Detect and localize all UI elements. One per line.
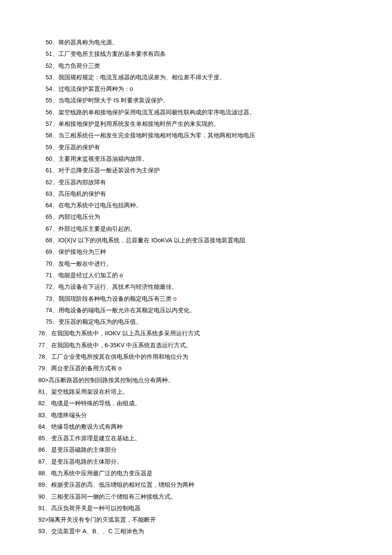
item-separator: 、 <box>52 50 58 57</box>
item-text: 电力设备在下运行、其技术与经济性能最佳。 <box>58 283 178 290</box>
item-text: 绝缘导线的敷设方式有两种 <box>51 423 123 430</box>
item-number: 62 <box>46 179 52 186</box>
list-item: 50、将的器具称为电光源。 <box>0 37 392 48</box>
item-separator: 、 <box>52 225 58 232</box>
item-text: IO(X)V 以下的供电系统，总容量在 IOoKVA 以上的变压器接地装置电阻 <box>58 237 245 244</box>
list-item: 76、在我国电力系统中，IIOKV 以上高压系统多采用运行方式 <box>0 328 392 339</box>
item-text: 电能是经过人们加工的 o <box>58 272 123 279</box>
list-item: 60、主要用来监视变压器油箱内故障。 <box>0 153 392 165</box>
item-separator: 、 <box>52 132 58 139</box>
item-text: 发电一般在中进行。 <box>58 260 112 267</box>
item-text: 在我国电力系统中，6-35KV 中压系统首选运行方式。 <box>51 342 192 349</box>
item-separator: 、 <box>52 120 58 127</box>
item-separator: 、 <box>45 481 51 488</box>
list-item: 78、工厂企业变电所按其在供电系统中的作用和地位分为 <box>0 351 392 363</box>
item-separator: 、 <box>45 342 51 349</box>
item-text: 电缆终端头分 <box>51 412 87 418</box>
list-item: 62、变压器内部故障有 <box>0 177 392 188</box>
item-number: 59 <box>46 144 52 151</box>
item-number: 84 <box>38 423 45 430</box>
item-text: 高压断路器的控制回路按其控制地点分有两种。 <box>49 377 174 384</box>
list-item: 92>隔离开关没有专门的灭弧装置，不能断开 <box>0 514 392 526</box>
item-separator: 、 <box>52 237 58 244</box>
item-text: 架空线路采用架设在杆塔上。 <box>51 388 129 395</box>
item-number: 81 <box>38 388 45 395</box>
item-text: 内部过电压分为 <box>58 213 100 220</box>
item-text: 交流装置中 A、B、、C 三相涂色为 <box>51 528 144 535</box>
list-item: 56、架空线路的单相接地保护采用电流互感器同极性联构成的零序电流滤过器。 <box>0 107 392 118</box>
item-text: 外部过电压主要是由引起的。 <box>58 225 136 232</box>
item-number: 68 <box>46 237 52 244</box>
list-item: 88、电力系统中应用最广泛的电力变压器是 <box>0 468 392 479</box>
list-item: 86、是变压器磁路的主体部分 <box>0 444 392 456</box>
item-text: 过电流保护装置分两种为：o <box>58 85 133 92</box>
item-number: 64 <box>46 202 52 209</box>
list-item: 85、变压器工作原理是建立在基础上。 <box>0 433 392 444</box>
item-text: 电缆是一种特殊的导线，由组成。 <box>51 400 141 407</box>
item-number: 77 <box>38 342 45 349</box>
item-separator: 、 <box>52 74 58 81</box>
item-number: 55 <box>46 97 52 104</box>
item-text: 对于总降变压器一般还装设作为主保护 <box>58 167 160 174</box>
list-item: 52、电力负荷分三类 <box>0 60 392 72</box>
list-item: 73、我国现阶段各种电力设备的额定电压有三类 o <box>0 293 392 305</box>
item-number: 80 <box>38 377 45 384</box>
item-separator: 、 <box>52 248 58 255</box>
item-number: 69 <box>46 248 52 255</box>
item-text: 主要用来监视变压器油箱内故障。 <box>58 155 148 162</box>
item-separator: 、 <box>45 400 51 407</box>
item-separator: 、 <box>52 260 58 267</box>
item-text: 在我国电力系统中，IIOKV 以上高压系统多采用运行方式 <box>51 330 200 337</box>
list-item: 63、高压电机的保护有 <box>0 188 392 200</box>
list-item: 70、发电一般在中进行。 <box>0 258 392 270</box>
item-separator: 、 <box>52 295 58 302</box>
item-text: 变压器工作原理是建立在基础上。 <box>51 435 141 442</box>
item-number: 65 <box>46 213 52 220</box>
item-separator: 、 <box>52 179 58 186</box>
item-number: 78 <box>38 353 45 360</box>
item-text: 变压器的额定电压为的电压值。 <box>58 318 142 325</box>
item-separator: 、 <box>45 330 51 337</box>
item-number: 51 <box>46 50 52 57</box>
item-separator: 、 <box>52 155 58 162</box>
item-number: 52 <box>46 62 52 69</box>
item-number: 70 <box>46 260 52 267</box>
list-item: 75、变压器的额定电压为的电压值。 <box>0 316 392 328</box>
item-separator: 、 <box>45 505 51 511</box>
item-separator: 、 <box>52 272 58 279</box>
item-separator: 、 <box>52 190 58 197</box>
item-number: 63 <box>46 190 52 197</box>
item-number: 83 <box>38 412 45 418</box>
item-separator: 、 <box>52 85 58 92</box>
item-separator: 、 <box>45 353 51 360</box>
item-number: 67 <box>46 225 52 232</box>
item-number: 82 <box>38 400 45 407</box>
item-number: 86 <box>38 446 45 453</box>
list-item: 72、电力设备在下运行、其技术与经济性能最佳。 <box>0 281 392 293</box>
list-item: 83、电缆终端头分 <box>0 410 392 421</box>
item-text: 两台变压器的备用方式有 o <box>51 365 122 372</box>
item-separator: 、 <box>45 458 51 465</box>
list-item: 82、电缆是一种特殊的导线，由组成。 <box>0 398 392 409</box>
item-number: 85 <box>38 435 45 442</box>
item-text: 隔离开关没有专门的灭弧装置，不能断开 <box>49 516 156 523</box>
item-separator: 、 <box>45 423 51 430</box>
item-number: 75 <box>46 318 52 325</box>
list-item: 68、IO(X)V 以下的供电系统，总容量在 IOoKVA 以上的变压器接地装置… <box>0 235 392 246</box>
item-separator: > <box>45 516 49 523</box>
item-separator: 、 <box>52 307 58 314</box>
item-separator: 、 <box>52 283 58 290</box>
item-text: 我国现阶段各种电力设备的额定电压有三类 <box>58 295 172 302</box>
item-number: 61 <box>46 167 52 174</box>
item-number: 92 <box>38 516 45 523</box>
item-separator: 、 <box>52 202 58 209</box>
item-text: 三相变压器同一侧的三个绕组有三种接线方式。 <box>51 493 176 500</box>
item-text: 保护接地分为三种 <box>58 248 106 255</box>
item-number: 93 <box>38 528 45 535</box>
item-text: 当三相系统任一相发生完全接地时接地相对地电压为零，其他两相对地电压 <box>58 132 255 139</box>
list-item: 91、高压负荷开关是一种可以控制电器 <box>0 503 392 514</box>
document-page: 50、将的器具称为电光源。51、工厂变电所主接线方案的基本要求有四条52、电力负… <box>0 0 392 555</box>
item-text: 工厂变电所主接线方案的基本要求有四条 <box>58 50 166 57</box>
item-number: 76 <box>38 330 45 337</box>
item-text: 变压器的保护有 <box>58 144 100 151</box>
